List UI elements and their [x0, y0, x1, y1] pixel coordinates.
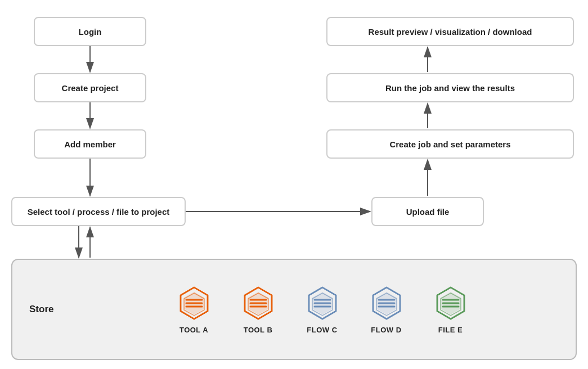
upload-file-box: Upload file [371, 197, 484, 226]
create-project-label: Create project [62, 83, 119, 93]
tool-a-icon [176, 285, 212, 321]
select-tool-label: Select tool / process / file to project [28, 207, 170, 217]
store-item-flow-c: FLOW C [304, 285, 340, 334]
tool-b-label: TOOL B [244, 326, 273, 334]
file-e-label: FILE E [438, 326, 463, 334]
diagram-container: Login Create project Add member Select t… [0, 0, 588, 369]
flow-d-label: FLOW D [371, 326, 401, 334]
upload-file-label: Upload file [406, 207, 450, 217]
run-job-box: Run the job and view the results [326, 73, 574, 102]
file-e-icon [433, 285, 469, 321]
flow-c-icon [304, 285, 340, 321]
create-job-label: Create job and set parameters [389, 140, 510, 149]
store-item-file-e: FILE E [433, 285, 469, 334]
tool-b-icon [240, 285, 276, 321]
flow-c-label: FLOW C [307, 326, 337, 334]
add-member-label: Add member [64, 140, 116, 149]
login-label: Login [79, 27, 102, 37]
store-item-tool-a: TOOL A [176, 285, 212, 334]
run-job-label: Run the job and view the results [385, 83, 515, 93]
create-job-box: Create job and set parameters [326, 129, 574, 159]
add-member-box: Add member [34, 129, 146, 159]
store-label: Store [29, 304, 63, 315]
login-box: Login [34, 17, 146, 46]
store-item-tool-b: TOOL B [240, 285, 276, 334]
select-tool-box: Select tool / process / file to project [11, 197, 186, 226]
result-preview-label: Result preview / visualization / downloa… [369, 27, 532, 37]
store-items: TOOL A TOOL B [86, 285, 559, 334]
store-box: Store TOOL A [11, 259, 577, 360]
result-preview-box: Result preview / visualization / downloa… [326, 17, 574, 46]
tool-a-label: TOOL A [179, 326, 208, 334]
store-item-flow-d: FLOW D [369, 285, 405, 334]
flow-d-icon [369, 285, 405, 321]
create-project-box: Create project [34, 73, 146, 102]
